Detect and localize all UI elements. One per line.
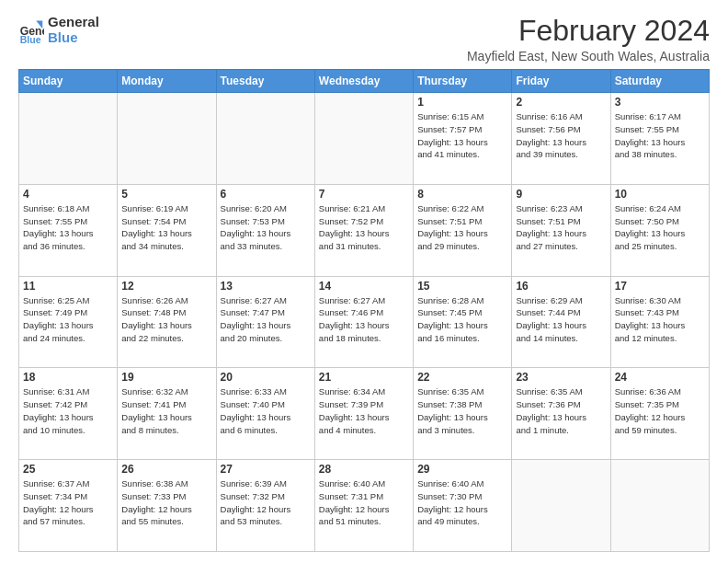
day-info: Sunrise: 6:19 AMSunset: 7:54 PMDaylight:… — [121, 202, 211, 253]
day-info: Sunrise: 6:27 AMSunset: 7:46 PMDaylight:… — [319, 294, 409, 345]
week-row-2: 11Sunrise: 6:25 AMSunset: 7:49 PMDayligh… — [19, 276, 710, 368]
week-row-0: 1Sunrise: 6:15 AMSunset: 7:57 PMDaylight… — [19, 93, 710, 185]
day-info: Sunrise: 6:32 AMSunset: 7:41 PMDaylight:… — [121, 385, 211, 436]
logo: General Blue General Blue — [18, 15, 99, 45]
subtitle: Mayfield East, New South Wales, Australi… — [467, 49, 710, 63]
page: General Blue General Blue February 2024 … — [0, 0, 728, 563]
day-info: Sunrise: 6:33 AMSunset: 7:40 PMDaylight:… — [221, 385, 311, 436]
day-number: 25 — [23, 463, 113, 476]
day-number: 29 — [417, 463, 507, 476]
calendar-cell: 29Sunrise: 6:40 AMSunset: 7:30 PMDayligh… — [414, 460, 512, 552]
day-number: 20 — [221, 371, 311, 384]
calendar-cell: 26Sunrise: 6:38 AMSunset: 7:33 PMDayligh… — [118, 460, 216, 552]
calendar-cell: 1Sunrise: 6:15 AMSunset: 7:57 PMDaylight… — [414, 93, 512, 185]
calendar-cell — [512, 460, 610, 552]
calendar-cell: 17Sunrise: 6:30 AMSunset: 7:43 PMDayligh… — [610, 276, 709, 368]
day-info: Sunrise: 6:20 AMSunset: 7:53 PMDaylight:… — [221, 202, 311, 253]
header-day-tuesday: Tuesday — [216, 70, 314, 93]
calendar-cell: 3Sunrise: 6:17 AMSunset: 7:55 PMDaylight… — [610, 93, 709, 185]
calendar-cell: 4Sunrise: 6:18 AMSunset: 7:55 PMDaylight… — [19, 184, 118, 276]
day-info: Sunrise: 6:21 AMSunset: 7:52 PMDaylight:… — [319, 202, 409, 253]
calendar-cell: 24Sunrise: 6:36 AMSunset: 7:35 PMDayligh… — [610, 368, 709, 460]
day-number: 7 — [319, 188, 409, 201]
day-number: 23 — [516, 371, 606, 384]
day-number: 24 — [615, 371, 705, 384]
calendar-cell: 11Sunrise: 6:25 AMSunset: 7:49 PMDayligh… — [19, 276, 118, 368]
day-number: 21 — [319, 371, 409, 384]
day-number: 4 — [23, 188, 113, 201]
calendar-cell — [216, 93, 314, 185]
calendar-cell: 22Sunrise: 6:35 AMSunset: 7:38 PMDayligh… — [414, 368, 512, 460]
day-number: 6 — [221, 188, 311, 201]
svg-text:Blue: Blue — [20, 34, 41, 43]
day-number: 15 — [417, 280, 507, 293]
header-day-sunday: Sunday — [19, 70, 118, 93]
day-number: 2 — [516, 96, 606, 109]
title-block: February 2024 Mayfield East, New South W… — [467, 15, 710, 63]
day-info: Sunrise: 6:35 AMSunset: 7:38 PMDaylight:… — [417, 385, 507, 436]
calendar-cell: 13Sunrise: 6:27 AMSunset: 7:47 PMDayligh… — [216, 276, 314, 368]
day-number: 9 — [516, 188, 606, 201]
calendar-cell: 12Sunrise: 6:26 AMSunset: 7:48 PMDayligh… — [118, 276, 216, 368]
day-number: 28 — [319, 463, 409, 476]
day-info: Sunrise: 6:26 AMSunset: 7:48 PMDaylight:… — [121, 294, 211, 345]
header-day-wednesday: Wednesday — [314, 70, 413, 93]
day-info: Sunrise: 6:15 AMSunset: 7:57 PMDaylight:… — [417, 110, 507, 161]
day-info: Sunrise: 6:30 AMSunset: 7:43 PMDaylight:… — [615, 294, 705, 345]
day-info: Sunrise: 6:40 AMSunset: 7:31 PMDaylight:… — [319, 477, 409, 528]
calendar-cell: 20Sunrise: 6:33 AMSunset: 7:40 PMDayligh… — [216, 368, 314, 460]
calendar-cell: 14Sunrise: 6:27 AMSunset: 7:46 PMDayligh… — [314, 276, 413, 368]
calendar-header-row: SundayMondayTuesdayWednesdayThursdayFrid… — [19, 70, 710, 93]
week-row-3: 18Sunrise: 6:31 AMSunset: 7:42 PMDayligh… — [19, 368, 710, 460]
day-number: 10 — [615, 188, 705, 201]
day-number: 22 — [417, 371, 507, 384]
day-number: 14 — [319, 280, 409, 293]
day-info: Sunrise: 6:36 AMSunset: 7:35 PMDaylight:… — [615, 385, 705, 436]
calendar-cell — [610, 460, 709, 552]
header-day-thursday: Thursday — [414, 70, 512, 93]
calendar-cell: 23Sunrise: 6:35 AMSunset: 7:36 PMDayligh… — [512, 368, 610, 460]
day-info: Sunrise: 6:37 AMSunset: 7:34 PMDaylight:… — [23, 477, 113, 528]
day-info: Sunrise: 6:31 AMSunset: 7:42 PMDaylight:… — [23, 385, 113, 436]
day-number: 1 — [417, 96, 507, 109]
calendar-cell: 8Sunrise: 6:22 AMSunset: 7:51 PMDaylight… — [414, 184, 512, 276]
calendar-cell — [118, 93, 216, 185]
day-number: 13 — [221, 280, 311, 293]
calendar-cell: 2Sunrise: 6:16 AMSunset: 7:56 PMDaylight… — [512, 93, 610, 185]
day-info: Sunrise: 6:24 AMSunset: 7:50 PMDaylight:… — [615, 202, 705, 253]
day-info: Sunrise: 6:28 AMSunset: 7:45 PMDaylight:… — [417, 294, 507, 345]
calendar: SundayMondayTuesdayWednesdayThursdayFrid… — [18, 69, 710, 552]
main-title: February 2024 — [467, 15, 710, 47]
day-number: 3 — [615, 96, 705, 109]
logo-general: General — [48, 15, 99, 30]
day-number: 11 — [23, 280, 113, 293]
day-number: 19 — [121, 371, 211, 384]
day-info: Sunrise: 6:35 AMSunset: 7:36 PMDaylight:… — [516, 385, 606, 436]
calendar-cell: 7Sunrise: 6:21 AMSunset: 7:52 PMDaylight… — [314, 184, 413, 276]
calendar-cell: 19Sunrise: 6:32 AMSunset: 7:41 PMDayligh… — [118, 368, 216, 460]
calendar-cell — [19, 93, 118, 185]
calendar-cell — [314, 93, 413, 185]
day-number: 18 — [23, 371, 113, 384]
calendar-cell: 6Sunrise: 6:20 AMSunset: 7:53 PMDaylight… — [216, 184, 314, 276]
day-info: Sunrise: 6:38 AMSunset: 7:33 PMDaylight:… — [121, 477, 211, 528]
day-number: 8 — [417, 188, 507, 201]
week-row-1: 4Sunrise: 6:18 AMSunset: 7:55 PMDaylight… — [19, 184, 710, 276]
day-info: Sunrise: 6:25 AMSunset: 7:49 PMDaylight:… — [23, 294, 113, 345]
calendar-cell: 15Sunrise: 6:28 AMSunset: 7:45 PMDayligh… — [414, 276, 512, 368]
day-number: 5 — [121, 188, 211, 201]
day-number: 27 — [221, 463, 311, 476]
day-info: Sunrise: 6:17 AMSunset: 7:55 PMDaylight:… — [615, 110, 705, 161]
calendar-cell: 28Sunrise: 6:40 AMSunset: 7:31 PMDayligh… — [314, 460, 413, 552]
week-row-4: 25Sunrise: 6:37 AMSunset: 7:34 PMDayligh… — [19, 460, 710, 552]
day-number: 17 — [615, 280, 705, 293]
day-info: Sunrise: 6:29 AMSunset: 7:44 PMDaylight:… — [516, 294, 606, 345]
header-day-saturday: Saturday — [610, 70, 709, 93]
day-info: Sunrise: 6:40 AMSunset: 7:30 PMDaylight:… — [417, 477, 507, 528]
calendar-cell: 18Sunrise: 6:31 AMSunset: 7:42 PMDayligh… — [19, 368, 118, 460]
header-day-friday: Friday — [512, 70, 610, 93]
header-day-monday: Monday — [118, 70, 216, 93]
day-info: Sunrise: 6:34 AMSunset: 7:39 PMDaylight:… — [319, 385, 409, 436]
day-info: Sunrise: 6:22 AMSunset: 7:51 PMDaylight:… — [417, 202, 507, 253]
calendar-cell: 9Sunrise: 6:23 AMSunset: 7:51 PMDaylight… — [512, 184, 610, 276]
